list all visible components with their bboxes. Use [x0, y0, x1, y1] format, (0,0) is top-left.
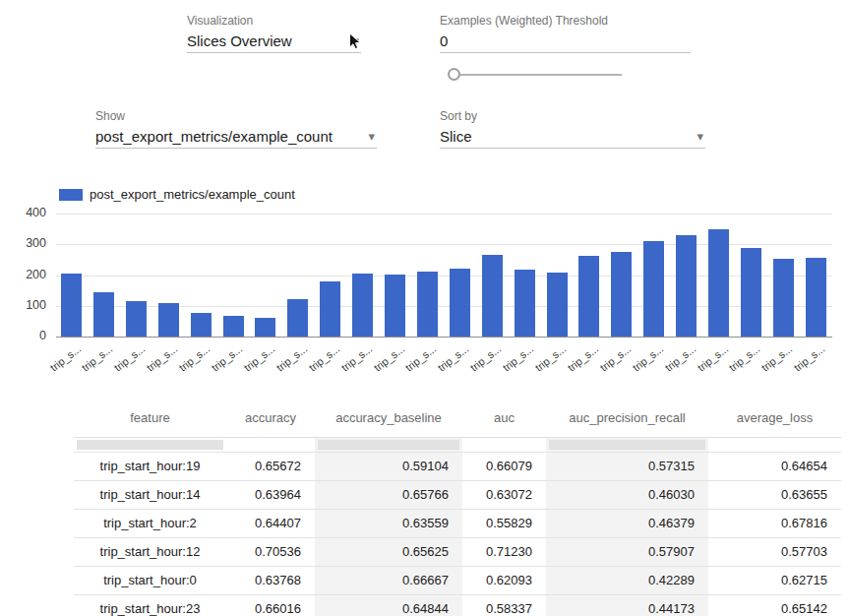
column-header[interactable]: feature — [74, 400, 226, 437]
metric-cell: 0.71230 — [462, 537, 546, 566]
metric-cell: 0.57315 — [546, 452, 708, 480]
metric-cell: 0.46379 — [546, 509, 708, 537]
metric-cell: 0.55829 — [462, 509, 546, 537]
chart-legend: post_export_metrics/example_count — [59, 187, 295, 202]
chevron-down-icon[interactable]: ▾ — [697, 129, 703, 145]
slider-track[interactable] — [453, 74, 622, 76]
metric-cell: 0.57703 — [708, 537, 841, 566]
x-axis: trip_s...trip_s...trip_s...trip_s...trip… — [56, 342, 832, 384]
metric-cell: 0.63964 — [226, 480, 315, 509]
table-row[interactable]: trip_start_hour:190.656720.591040.660790… — [74, 452, 841, 480]
header-row: featureaccuracyaccuracy_baselineaucauc_p… — [74, 400, 841, 437]
bar[interactable] — [482, 255, 503, 337]
metric-cell: 0.66016 — [226, 594, 315, 616]
bar[interactable] — [773, 259, 794, 337]
sort-by-value: Slice — [440, 126, 705, 148]
bar[interactable] — [385, 275, 405, 337]
metric-cell: 0.44173 — [546, 594, 708, 616]
metric-cell: 0.65142 — [708, 594, 841, 616]
bar[interactable] — [708, 229, 729, 337]
column-header[interactable]: accuracy_baseline — [315, 400, 462, 437]
bar[interactable] — [93, 292, 114, 337]
metric-cell: 0.70536 — [226, 537, 315, 566]
metric-cell: 0.67816 — [708, 509, 841, 537]
metric-cell: 0.42289 — [546, 566, 708, 594]
filter-box — [77, 440, 223, 450]
column-header[interactable]: auc — [462, 400, 546, 437]
bar[interactable] — [643, 241, 664, 337]
mouse-cursor-icon — [348, 32, 362, 51]
metric-cell: 0.62093 — [462, 566, 546, 594]
gridline — [56, 337, 832, 338]
feature-cell: trip_start_hour:14 — [74, 480, 226, 509]
bar[interactable] — [255, 318, 275, 337]
bar[interactable] — [515, 270, 535, 337]
filter-row — [74, 437, 841, 452]
slicing-metrics-browser: Visualization Slices Overview ▾ Examples… — [0, 0, 849, 616]
metric-cell: 0.64654 — [708, 452, 841, 480]
slider-thumb[interactable] — [448, 68, 460, 81]
bar[interactable] — [741, 248, 761, 337]
visualization-dropdown[interactable]: Slices Overview ▾ — [187, 31, 361, 53]
bar[interactable] — [611, 252, 632, 337]
metric-cell: 0.63655 — [708, 480, 841, 509]
threshold-slider[interactable] — [448, 67, 627, 83]
visualization-value: Slices Overview — [187, 31, 361, 52]
metrics-table: featureaccuracyaccuracy_baselineaucauc_p… — [74, 400, 841, 616]
bar[interactable] — [320, 281, 340, 337]
table-row[interactable]: trip_start_hour:120.705360.656250.712300… — [74, 537, 841, 566]
metric-cell: 0.66667 — [315, 566, 462, 594]
metric-cell: 0.66079 — [462, 452, 546, 480]
visualization-label: Visualization — [187, 14, 253, 28]
sort-by-label: Sort by — [440, 109, 477, 123]
metric-cell: 0.63768 — [226, 566, 315, 594]
threshold-input[interactable]: 0 — [440, 31, 691, 53]
bar[interactable] — [578, 256, 599, 337]
metric-cell: 0.65672 — [226, 452, 315, 480]
table-row[interactable]: trip_start_hour:140.639640.657660.630720… — [74, 480, 841, 509]
metric-cell: 0.65625 — [315, 537, 462, 566]
bar[interactable] — [547, 273, 568, 337]
y-tick-label: 300 — [0, 236, 46, 250]
bar[interactable] — [676, 235, 697, 337]
bar[interactable] — [158, 303, 179, 337]
column-header[interactable]: auc_precision_recall — [546, 400, 708, 437]
metric-cell: 0.62715 — [708, 566, 841, 594]
filter-box — [549, 440, 705, 450]
bar[interactable] — [806, 258, 826, 337]
legend-label: post_export_metrics/example_count — [90, 187, 295, 202]
table-row[interactable]: trip_start_hour:230.660160.648440.583370… — [74, 594, 841, 616]
y-tick-label: 100 — [0, 298, 46, 312]
bar[interactable] — [417, 272, 438, 337]
feature-cell: trip_start_hour:19 — [74, 452, 226, 480]
bar[interactable] — [223, 316, 244, 337]
legend-color-swatch — [59, 189, 83, 201]
y-tick-label: 200 — [0, 268, 46, 281]
table-row[interactable]: trip_start_hour:20.644070.635590.558290.… — [74, 509, 841, 537]
bar[interactable] — [287, 299, 308, 337]
chevron-down-icon[interactable]: ▾ — [368, 129, 375, 145]
metric-cell: 0.64844 — [315, 594, 462, 616]
metric-cell: 0.64407 — [226, 509, 315, 537]
show-label: Show — [95, 109, 125, 123]
metric-cell: 0.63072 — [462, 480, 546, 509]
bar[interactable] — [126, 301, 147, 337]
metric-cell: 0.65766 — [315, 480, 462, 509]
metric-cell: 0.63559 — [315, 509, 462, 537]
feature-cell: trip_start_hour:0 — [74, 566, 226, 594]
show-dropdown[interactable]: post_export_metrics/example_count ▾ — [95, 126, 377, 149]
column-header[interactable]: accuracy — [226, 400, 315, 437]
table-row[interactable]: trip_start_hour:00.637680.666670.620930.… — [74, 566, 841, 594]
metric-cell: 0.59104 — [315, 452, 462, 480]
bar[interactable] — [61, 274, 82, 337]
threshold-label: Examples (Weighted) Threshold — [440, 14, 608, 28]
metrics-table-container: featureaccuracyaccuracy_baselineaucauc_p… — [74, 400, 841, 616]
bar[interactable] — [352, 274, 373, 337]
metric-cell: 0.57907 — [546, 537, 708, 566]
filter-box — [318, 440, 459, 450]
bar[interactable] — [191, 313, 212, 337]
example-count-chart: post_export_metrics/example_count 010020… — [0, 187, 849, 384]
sort-by-dropdown[interactable]: Slice ▾ — [440, 126, 705, 149]
column-header[interactable]: average_loss — [708, 400, 841, 437]
bar[interactable] — [450, 269, 470, 337]
